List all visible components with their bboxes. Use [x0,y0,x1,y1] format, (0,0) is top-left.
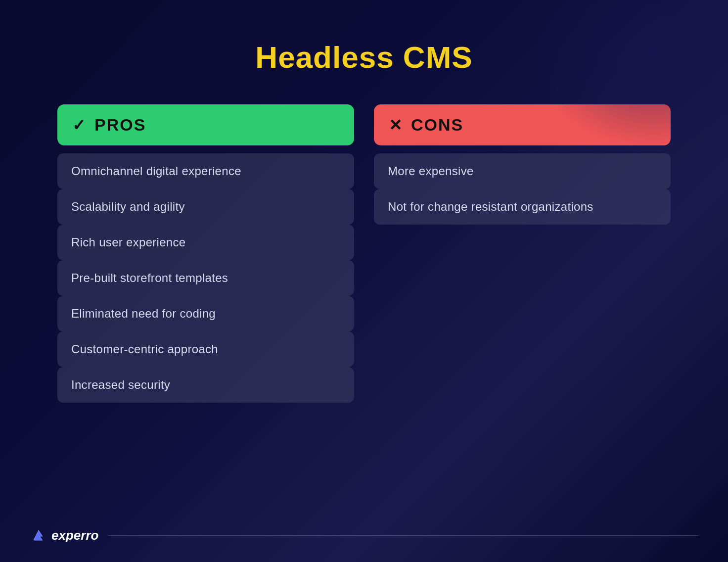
cons-x-icon: ✕ [389,116,402,135]
pros-list-item: Scalability and agility [57,189,354,225]
pros-check-icon: ✓ [72,116,86,135]
content-wrapper: ✓ PROS Omnichannel digital experienceSca… [57,104,671,403]
cons-list-item: Not for change resistant organizations [374,189,671,225]
cons-list: More expensiveNot for change resistant o… [374,153,671,225]
pros-header: ✓ PROS [57,104,354,145]
cons-label: CONS [411,115,463,135]
pros-list-item: Omnichannel digital experience [57,153,354,189]
pros-label: PROS [94,115,146,135]
pros-list-item: Pre-built storefront templates [57,260,354,296]
pros-list-item: Customer-centric approach [57,331,354,367]
page-title: Headless CMS [255,40,472,75]
pros-list-item: Rich user experience [57,225,354,260]
footer: experro [30,526,698,544]
logo-area: experro [30,526,98,544]
pros-list: Omnichannel digital experienceScalabilit… [57,153,354,403]
pros-list-item: Eliminated need for coding [57,296,354,331]
logo-text: experro [51,528,98,543]
cons-header: ✕ CONS [374,104,671,145]
experro-logo-icon [30,526,47,544]
pros-list-item: Increased security [57,367,354,403]
cons-list-item: More expensive [374,153,671,189]
cons-column: ✕ CONS More expensiveNot for change resi… [374,104,671,403]
footer-divider [108,535,698,536]
pros-column: ✓ PROS Omnichannel digital experienceSca… [57,104,354,403]
